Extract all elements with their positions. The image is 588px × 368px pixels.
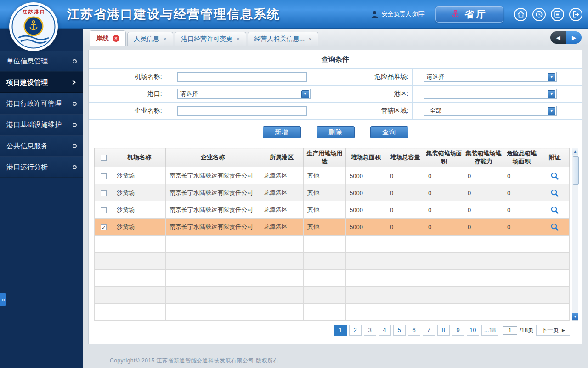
tab-port-license-change[interactable]: 港口经营许可变更 × <box>175 32 246 46</box>
sidebar-item-port-operation-analysis[interactable]: 港口运行分析 <box>0 156 83 178</box>
dangerous-yard-label: 危险品堆场: <box>374 73 408 80</box>
search-button[interactable]: 查询 <box>370 126 408 138</box>
table-cell: 0 <box>503 218 540 236</box>
home-button[interactable] <box>514 8 527 21</box>
tab-label: 港口经营许可变更 <box>181 35 232 43</box>
history-button[interactable] <box>532 8 546 21</box>
column-header: 堆场总面积 <box>346 148 386 167</box>
tab-scroll-right-button[interactable]: ▶ <box>566 31 582 44</box>
scroll-up-button[interactable]: ▲ <box>572 148 578 155</box>
page-button[interactable]: 6 <box>408 325 420 336</box>
table-cell: 沙货场 <box>113 167 166 184</box>
sidebar-item-label: 公共信息服务 <box>6 142 48 150</box>
row-checkbox[interactable] <box>101 190 107 196</box>
column-header: 所属港区 <box>260 148 304 167</box>
port-select[interactable]: 请选择 ▼ <box>177 89 311 99</box>
dangerous-yard-select[interactable]: 请选择 ▼ <box>424 72 557 82</box>
port-area-select[interactable]: ▼ <box>424 89 557 99</box>
sidebar-item-unit-info-mgmt[interactable]: 单位信息管理 <box>0 51 83 72</box>
home-icon <box>517 11 525 18</box>
table-cell: 其他 <box>304 167 346 184</box>
table-cell: 0 <box>386 218 424 236</box>
page-button[interactable]: 9 <box>452 325 464 336</box>
page-button[interactable]: 7 <box>423 325 435 336</box>
tab-close-icon[interactable]: × <box>308 36 312 42</box>
clock-icon <box>536 11 543 18</box>
scroll-down-button[interactable]: ▼ <box>572 313 578 320</box>
table-cell: 0 <box>503 201 540 218</box>
view-certificate-icon[interactable] <box>550 189 559 197</box>
sidebar-item-label: 港口行政许可管理 <box>6 99 62 107</box>
provincial-dept-button[interactable]: 省厅 <box>435 6 503 23</box>
sidebar-item-public-info-service[interactable]: 公共信息服务 <box>0 135 83 156</box>
table-cell: 南京长宁水陆联运有限责任公司 <box>166 167 260 184</box>
next-page-button[interactable]: 下一页 ▶ <box>536 325 570 336</box>
page-button[interactable]: 3 <box>364 325 376 336</box>
column-header: 机场名称 <box>113 148 166 167</box>
row-checkbox[interactable]: ✓ <box>101 224 107 230</box>
tab-operator-info[interactable]: 经营人相关信息... × <box>248 32 318 46</box>
airport-name-input[interactable] <box>177 72 307 82</box>
sidebar-item-label: 港口运行分析 <box>6 163 48 171</box>
pagination: 12345678910...18 /18页 下一页 ▶ <box>89 325 570 336</box>
sidebar: 单位信息管理 项目建设管理 港口行政许可管理 港口基础设施维护 公共信息服务 港… <box>0 29 83 368</box>
tab-scroll-left-button[interactable]: ◀ <box>550 31 566 44</box>
page-button[interactable]: 10 <box>467 325 479 336</box>
view-certificate-icon[interactable] <box>550 206 559 214</box>
app-logo: 江 苏 港 口 <box>8 1 59 52</box>
page-button[interactable]: ...18 <box>481 325 498 336</box>
page-button[interactable]: 5 <box>393 325 406 336</box>
logout-button[interactable] <box>569 8 582 21</box>
tab-coastline[interactable]: 岸线 × <box>90 30 126 46</box>
row-checkbox[interactable] <box>101 207 107 213</box>
page-button[interactable]: 8 <box>437 325 450 336</box>
table-scrollbar[interactable]: ▲ ▼ <box>572 148 578 321</box>
add-button[interactable]: 新增 <box>263 126 301 138</box>
sidebar-item-label: 港口基础设施维护 <box>6 121 62 128</box>
page-button[interactable]: 2 <box>349 325 362 336</box>
tab-personnel-info[interactable]: 人员信息 × <box>127 32 173 46</box>
tab-label: 人员信息 <box>134 35 159 43</box>
table-row[interactable]: ✓沙货场南京长宁水陆联运有限责任公司龙潭港区其他50000000 <box>95 218 570 236</box>
jurisdiction-select[interactable]: –全部– ▼ <box>424 106 557 116</box>
table-cell: 龙潭港区 <box>260 184 304 201</box>
view-certificate-icon[interactable] <box>550 223 559 231</box>
scrollbar-track[interactable] <box>572 155 578 313</box>
select-all-checkbox[interactable] <box>101 155 107 161</box>
content-panel: 查询条件 机场名称: 危险品堆场: 请选择 ▼ 港口: 请选择 <box>88 50 582 344</box>
view-certificate-icon[interactable] <box>550 172 559 180</box>
header-divider <box>509 7 509 22</box>
table-cell: 0 <box>386 167 424 184</box>
sidebar-collapse-toggle[interactable]: » <box>0 293 6 306</box>
table-row[interactable]: 沙货场南京长宁水陆联运有限责任公司龙潭港区其他50000000 <box>95 167 570 184</box>
svg-text:江 苏 港 口: 江 苏 港 口 <box>22 9 45 14</box>
tab-close-icon[interactable]: × <box>113 35 119 42</box>
table-cell: 南京长宁水陆联运有限责任公司 <box>166 218 260 236</box>
table-cell: 南京长宁水陆联运有限责任公司 <box>166 184 260 201</box>
table-row[interactable]: 沙货场南京长宁水陆联运有限责任公司龙潭港区其他50000000 <box>95 201 570 218</box>
tab-close-icon[interactable]: × <box>163 36 167 42</box>
delete-button[interactable]: 删除 <box>317 126 355 138</box>
table-cell: 其他 <box>304 218 346 236</box>
page-button[interactable]: 1 <box>334 325 347 336</box>
row-checkbox[interactable] <box>101 173 107 179</box>
sidebar-item-project-build-mgmt[interactable]: 项目建设管理 <box>0 72 83 93</box>
table-cell: 0 <box>424 218 464 236</box>
page-number-input[interactable] <box>503 326 517 335</box>
sidebar-item-port-admin-license[interactable]: 港口行政许可管理 <box>0 93 83 114</box>
enterprise-name-input[interactable] <box>177 106 307 116</box>
sidebar-item-port-infrastructure[interactable]: 港口基础设施维护 <box>0 114 83 135</box>
page-button[interactable]: 4 <box>379 325 391 336</box>
port-label: 港口: <box>147 90 162 97</box>
copyright-text: Copyright© 2015 江苏省新通智能交通科技发展有限公司 版权所有 <box>83 351 588 365</box>
tab-close-icon[interactable]: × <box>236 36 240 42</box>
table-cell: 5000 <box>346 184 386 201</box>
table-row[interactable]: 沙货场南京长宁水陆联运有限责任公司龙潭港区其他50000000 <box>95 184 570 201</box>
airport-name-label: 机场名称: <box>135 73 162 80</box>
app-title: 江苏省港口建设与经营管理信息系统 <box>67 6 280 23</box>
notes-button[interactable] <box>551 8 564 21</box>
table-empty-row <box>95 287 570 304</box>
results-table: 机场名称 企业名称 所属港区 生产用堆场用途 堆场总面积 堆场总容量 集装箱堆场… <box>94 148 570 321</box>
table-cell: 0 <box>464 218 503 236</box>
scrollbar-thumb[interactable] <box>573 156 579 185</box>
